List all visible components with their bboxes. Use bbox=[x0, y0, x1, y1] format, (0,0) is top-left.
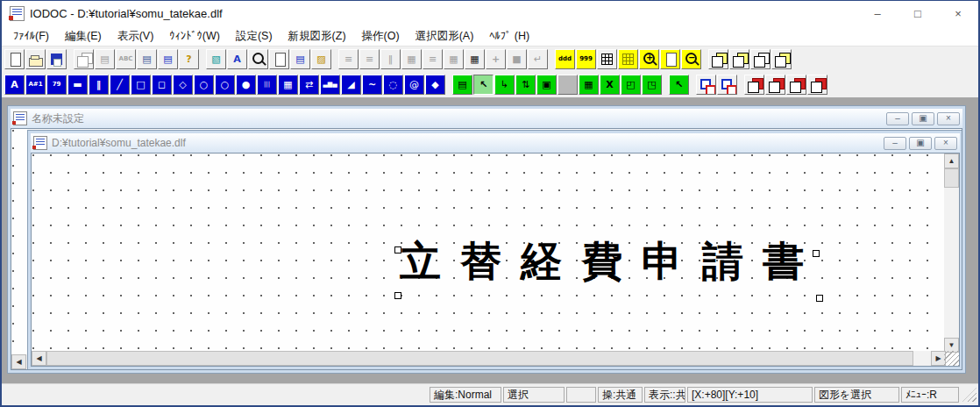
help-button[interactable]: ? bbox=[179, 49, 199, 69]
scroll-left-arrow[interactable]: ◀ bbox=[32, 351, 46, 366]
menu-window[interactable]: ｳｨﾝﾄﾞｳ(W) bbox=[161, 30, 228, 42]
zoom-page-button[interactable] bbox=[660, 49, 680, 69]
menu-operation[interactable]: 操作(O) bbox=[354, 29, 408, 44]
text-block-button[interactable]: ≡ bbox=[423, 49, 443, 69]
align-right-button[interactable]: ≡ bbox=[359, 49, 380, 69]
page-stack-all-button[interactable] bbox=[708, 49, 728, 69]
digits-tool-button[interactable]: 79 bbox=[46, 75, 67, 95]
child-minimize-button[interactable]: – bbox=[884, 137, 906, 150]
text-link-tool-button[interactable]: ⇄ bbox=[299, 75, 319, 95]
barcode-tool-button[interactable]: ||| bbox=[257, 75, 277, 95]
menu-help[interactable]: ﾍﾙﾌﾟ (H) bbox=[481, 30, 537, 42]
canvas-text-object[interactable]: 立替経費申請書 bbox=[400, 238, 823, 285]
child-title-bar[interactable]: 名称未設定 –▣× bbox=[11, 109, 962, 128]
vertical-scrollbar[interactable]: ▲ ▼ bbox=[944, 154, 959, 353]
fill-button[interactable]: ■ bbox=[507, 49, 527, 69]
rotate-button[interactable]: ↵ bbox=[528, 49, 548, 69]
qrcode-tool-button[interactable]: ▦ bbox=[278, 75, 298, 95]
note-edit-button[interactable]: ▨ bbox=[311, 49, 331, 69]
page-stack-plain-button[interactable] bbox=[750, 49, 771, 69]
statusbar-resize-grip[interactable] bbox=[962, 388, 976, 402]
menu-new-shape[interactable]: 新規図形(Z) bbox=[281, 29, 354, 44]
copy-button[interactable] bbox=[74, 49, 94, 69]
grid-fine-button[interactable] bbox=[597, 49, 617, 69]
ellipse-tool-button[interactable]: ○ bbox=[215, 75, 235, 95]
align-squares-button[interactable] bbox=[717, 75, 737, 95]
scroll-left-arrow[interactable]: ◀ bbox=[11, 354, 26, 369]
child-close-button[interactable]: × bbox=[937, 112, 960, 125]
move-mode-button[interactable]: ↳ bbox=[494, 75, 515, 95]
selection-handle[interactable] bbox=[394, 246, 401, 253]
horizontal-scroll-thumb[interactable] bbox=[46, 351, 913, 366]
freeform-tool-button[interactable]: ◌ bbox=[383, 75, 403, 95]
vbars-tool-button[interactable]: ‖ bbox=[89, 75, 109, 95]
hline-tool-button[interactable]: ▬ bbox=[67, 75, 88, 95]
rect-tool-button[interactable]: □ bbox=[131, 75, 151, 95]
send-back-button[interactable]: ◳ bbox=[642, 75, 662, 95]
layer-all-button[interactable] bbox=[744, 75, 764, 95]
bars-button[interactable]: ‖ bbox=[380, 49, 401, 69]
horizontal-scrollbar[interactable]: ◀ ▶ bbox=[32, 351, 946, 366]
text-tool-button[interactable]: A bbox=[4, 75, 25, 95]
document-title-bar[interactable]: D:¥tutorial¥somu_tatekae.dlf –▣× bbox=[31, 133, 960, 153]
page-stack-down-button[interactable] bbox=[771, 49, 792, 69]
save-file-button[interactable] bbox=[46, 49, 67, 69]
paste-button[interactable]: ▤ bbox=[95, 49, 115, 69]
delete-mode-button[interactable]: X bbox=[600, 75, 620, 95]
child-close-button[interactable]: × bbox=[934, 137, 957, 150]
blob-tool-button[interactable]: ◆ bbox=[425, 75, 445, 95]
menu-edit[interactable]: 編集(E) bbox=[57, 29, 110, 44]
align-left-button[interactable]: ≡ bbox=[338, 49, 359, 69]
menu-view[interactable]: 表示(V) bbox=[110, 29, 162, 44]
zoom-out-button[interactable]: − bbox=[681, 49, 701, 69]
layer-down-button[interactable] bbox=[807, 75, 827, 95]
roundrect-tool-button[interactable]: ◻ bbox=[152, 75, 172, 95]
child-restore-button[interactable]: ▣ bbox=[909, 137, 932, 150]
replace-button[interactable]: ABC bbox=[116, 49, 136, 69]
child-minimize-button[interactable]: – bbox=[886, 112, 909, 125]
selection-handle[interactable] bbox=[813, 250, 820, 257]
menu-settings[interactable]: 設定(S) bbox=[228, 29, 281, 44]
open-file-button[interactable] bbox=[25, 49, 46, 69]
new-file-button[interactable] bbox=[4, 49, 25, 69]
image-tool-button[interactable]: ◢ bbox=[341, 75, 361, 95]
mirror-mode-button[interactable]: ⇅ bbox=[515, 75, 536, 95]
scroll-up-arrow[interactable]: ▲ bbox=[944, 154, 959, 168]
bring-front-button[interactable]: ◰ bbox=[621, 75, 641, 95]
document-props-button[interactable]: ▤ bbox=[158, 49, 178, 69]
zoom-region-button[interactable] bbox=[248, 49, 268, 69]
selection-handle[interactable] bbox=[816, 295, 823, 302]
text-number-tool-button[interactable]: A#1 bbox=[25, 75, 46, 95]
menu-selected-shape[interactable]: 選択図形(A) bbox=[408, 29, 482, 44]
histogram-button[interactable]: ▦ bbox=[401, 49, 422, 69]
curve-tool-button[interactable]: ~ bbox=[362, 75, 382, 95]
untitled-canvas[interactable]: ◀ D:¥tutorial¥somu_tatekae.dlf –▣× bbox=[11, 128, 962, 370]
page-stack-up-button[interactable] bbox=[729, 49, 749, 69]
node-edit-button[interactable]: ▦ bbox=[579, 75, 599, 95]
scribble-tool-button[interactable]: @ bbox=[404, 75, 424, 95]
table-edit-button[interactable]: ▦ bbox=[465, 49, 485, 69]
child-restore-button[interactable]: ▣ bbox=[912, 112, 934, 125]
zoom-in-button[interactable]: + bbox=[639, 49, 659, 69]
grid-coarse-button[interactable] bbox=[618, 49, 638, 69]
disabled-mode-button[interactable] bbox=[557, 75, 578, 95]
select-object-button[interactable]: ↖ bbox=[669, 75, 689, 95]
vertical-scroll-thumb[interactable] bbox=[944, 168, 959, 188]
group-squares-button[interactable] bbox=[696, 75, 716, 95]
close-button[interactable]: × bbox=[938, 1, 978, 26]
maximize-button[interactable]: □ bbox=[898, 1, 938, 26]
diamond-tool-button[interactable]: ◇ bbox=[173, 75, 193, 95]
digits-999-button[interactable]: 999 bbox=[576, 49, 596, 69]
layer-plain-button[interactable] bbox=[786, 75, 806, 95]
digits-ddd-button[interactable]: ddd bbox=[555, 49, 575, 69]
circle-tool-button[interactable]: ○ bbox=[194, 75, 214, 95]
move-all-button[interactable]: + bbox=[486, 49, 506, 69]
table-button[interactable]: ▦ bbox=[444, 49, 464, 69]
shape-tool-button[interactable]: ● bbox=[236, 75, 256, 95]
form-mode-button[interactable]: ▤ bbox=[452, 75, 472, 95]
text-style-button[interactable]: A bbox=[227, 49, 247, 69]
layer-up-button[interactable] bbox=[765, 75, 785, 95]
paste-special-button[interactable]: ▤ bbox=[137, 49, 157, 69]
drawing-canvas[interactable]: 立替経費申請書 bbox=[32, 154, 946, 353]
line-tool-button[interactable]: ╱ bbox=[110, 75, 130, 95]
